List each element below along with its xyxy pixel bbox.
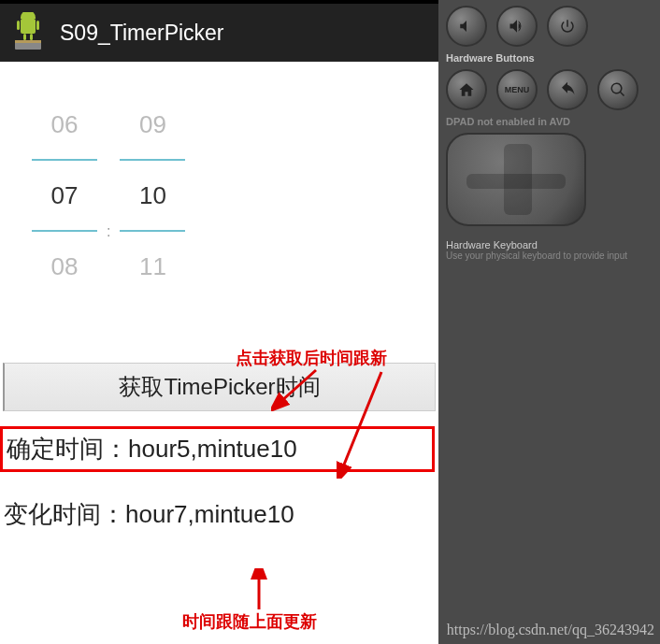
svg-rect-5 [30, 34, 33, 40]
android-icon [9, 12, 47, 53]
dpad[interactable] [446, 133, 586, 226]
volume-up-button[interactable] [496, 6, 538, 47]
svg-line-9 [342, 372, 381, 469]
watermark: https://blog.csdn.net/qq_36243942 [447, 622, 654, 638]
time-colon: : [101, 197, 116, 266]
power-button[interactable] [547, 6, 588, 47]
menu-button[interactable]: MENU [496, 69, 538, 110]
dpad-label: DPAD not enabled in AVD [446, 116, 653, 127]
arrow-icon [245, 568, 273, 615]
time-picker[interactable]: 06 07 08 : 09 10 11 [0, 62, 438, 310]
svg-rect-4 [23, 34, 26, 40]
app-title: S09_TimerPicker [60, 21, 224, 46]
minute-next: 11 [120, 232, 185, 301]
svg-rect-3 [36, 21, 39, 30]
action-bar: S09_TimerPicker [0, 4, 438, 62]
hour-column[interactable]: 06 07 08 [28, 90, 101, 301]
svg-rect-7 [15, 40, 41, 43]
minute-selected[interactable]: 10 [120, 161, 185, 230]
svg-rect-1 [21, 19, 36, 34]
arrow-icon [337, 366, 393, 479]
back-button[interactable] [547, 69, 588, 110]
volume-down-button[interactable] [446, 6, 487, 47]
svg-line-8 [280, 370, 316, 402]
arrow-icon [271, 365, 327, 411]
search-button[interactable] [597, 69, 638, 110]
keyboard-subtitle: Use your physical keyboard to provide in… [446, 250, 653, 261]
keyboard-title: Hardware Keyboard [446, 239, 653, 250]
svg-rect-2 [17, 21, 20, 30]
changed-time-text: 变化时间：hour7,mintue10 [0, 491, 435, 538]
home-button[interactable] [446, 69, 487, 110]
hour-next: 08 [32, 232, 97, 301]
hw-buttons-label: Hardware Buttons [446, 52, 653, 64]
minute-column[interactable]: 09 10 11 [116, 90, 189, 301]
hour-selected[interactable]: 07 [32, 161, 97, 230]
minute-prev: 09 [120, 90, 185, 159]
emulator-side-panel: Hardware Buttons MENU DPAD not enabled i… [438, 0, 660, 644]
hour-prev: 06 [32, 90, 97, 159]
